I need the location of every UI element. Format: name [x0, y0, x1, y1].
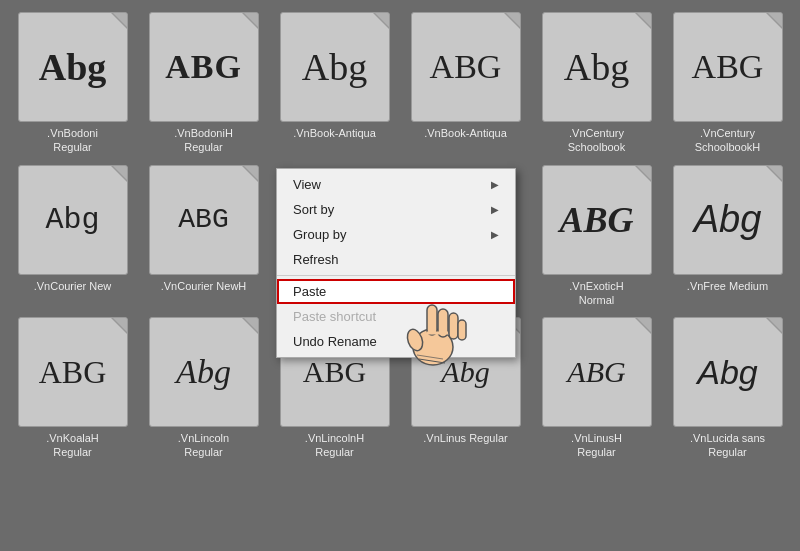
menu-item-group-by[interactable]: Group by ▶	[277, 222, 515, 247]
list-item[interactable]: Abg .VnLucida sansRegular	[667, 317, 788, 460]
menu-item-paste-label: Paste	[293, 284, 326, 299]
menu-item-view[interactable]: View ▶	[277, 172, 515, 197]
list-item[interactable]: ABG .VnKoalaHRegular	[12, 317, 133, 460]
list-item[interactable]: ABG .VnBook-Antiqua	[405, 12, 526, 155]
menu-item-undo-rename[interactable]: Undo Rename	[277, 329, 515, 354]
menu-item-group-by-arrow: ▶	[491, 229, 499, 240]
menu-item-sort-by-arrow: ▶	[491, 204, 499, 215]
menu-item-sort-by[interactable]: Sort by ▶	[277, 197, 515, 222]
list-item[interactable]: ABG .VnExoticHNormal	[536, 165, 657, 308]
list-item[interactable]: Abg .VnFree Medium	[667, 165, 788, 308]
list-item[interactable]: ABG .VnBodoniHRegular	[143, 12, 264, 155]
menu-item-group-by-label: Group by	[293, 227, 346, 242]
list-item[interactable]: Abg .VnBodoniRegular	[12, 12, 133, 155]
menu-item-view-label: View	[293, 177, 321, 192]
list-item[interactable]: ABG .VnCourier NewH	[143, 165, 264, 308]
menu-item-undo-rename-label: Undo Rename	[293, 334, 377, 349]
menu-item-refresh-label: Refresh	[293, 252, 339, 267]
menu-item-paste[interactable]: Paste	[277, 279, 515, 304]
list-item[interactable]: ABG .VnCenturySchoolbookH	[667, 12, 788, 155]
menu-item-sort-by-label: Sort by	[293, 202, 334, 217]
menu-separator	[277, 275, 515, 276]
menu-item-view-arrow: ▶	[491, 179, 499, 190]
list-item[interactable]: ABG .VnLinusHRegular	[536, 317, 657, 460]
menu-item-paste-shortcut: Paste shortcut	[277, 304, 515, 329]
list-item[interactable]: Abg .VnCenturySchoolbook	[536, 12, 657, 155]
menu-item-paste-shortcut-label: Paste shortcut	[293, 309, 376, 324]
list-item[interactable]: Abg .VnBook-Antiqua	[274, 12, 395, 155]
list-item[interactable]: Abg .VnLincolnRegular	[143, 317, 264, 460]
menu-item-refresh[interactable]: Refresh	[277, 247, 515, 272]
context-menu: View ▶ Sort by ▶ Group by ▶ Refresh Past…	[276, 168, 516, 358]
list-item[interactable]: Abg .VnCourier New	[12, 165, 133, 308]
